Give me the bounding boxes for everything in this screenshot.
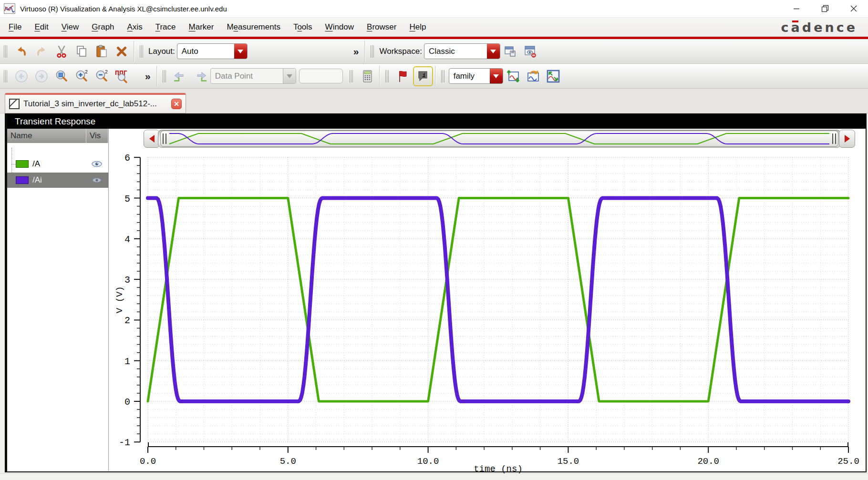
workspace-options-button[interactable]: [520, 42, 540, 61]
previous-transition-button[interactable]: [170, 67, 190, 86]
family-dropdown-button: [490, 69, 503, 83]
forward-button[interactable]: [31, 67, 52, 86]
layout-combobox[interactable]: Auto: [177, 43, 248, 59]
close-button[interactable]: [839, 0, 868, 17]
svg-text:0: 0: [124, 397, 130, 408]
delete-button[interactable]: [112, 42, 132, 61]
svg-text:V (V): V (V): [114, 286, 125, 313]
workspace-dropdown-button: [487, 44, 500, 59]
toolbar-grip[interactable]: [140, 45, 144, 58]
zoom-in-2x-button[interactable]: 2: [72, 67, 92, 86]
zoom-fit-button[interactable]: [52, 67, 72, 86]
undo-button[interactable]: [11, 42, 31, 61]
redo-button[interactable]: [31, 42, 52, 61]
update-plot-button[interactable]: [503, 67, 523, 86]
app-icon: [4, 3, 15, 14]
pan-thumb[interactable]: [160, 131, 838, 147]
menu-axis[interactable]: Axis: [127, 22, 143, 32]
menu-window[interactable]: Window: [325, 22, 354, 32]
workspace-label: Workspace:: [379, 47, 422, 56]
tab-close-button[interactable]: ✕: [171, 99, 182, 109]
family-combobox[interactable]: family: [449, 68, 503, 84]
flag-marker-button[interactable]: [393, 67, 413, 86]
cut-button[interactable]: [52, 42, 72, 61]
datapoint-combobox[interactable]: Data Point: [210, 68, 296, 84]
info-balloon-button[interactable]: i: [413, 66, 433, 86]
menu-graph[interactable]: Graph: [92, 22, 114, 32]
pan-thumb-grip-left[interactable]: [163, 133, 166, 144]
svg-text:25.0: 25.0: [837, 456, 859, 467]
next-transition-button[interactable]: [190, 67, 210, 86]
restore-button[interactable]: [811, 0, 839, 17]
svg-text:2: 2: [105, 70, 108, 75]
svg-text:15.0: 15.0: [558, 456, 579, 467]
layout-label: Layout:: [148, 47, 175, 56]
svg-text:5.0: 5.0: [280, 456, 296, 467]
toolbar-grip[interactable]: [350, 70, 353, 82]
toolbar-grip[interactable]: [385, 70, 389, 82]
panel-header-vis[interactable]: Vis: [86, 129, 108, 143]
panel-header-name[interactable]: Name: [7, 129, 86, 143]
menu-help[interactable]: Help: [409, 22, 426, 32]
tab-strip: Tutorial_3 sim_inverter_dc_lab512-... ✕: [0, 89, 868, 113]
pan-right-button[interactable]: [839, 130, 855, 148]
menu-file[interactable]: File: [9, 22, 21, 32]
toolbar-overflow-chevron[interactable]: »: [145, 71, 151, 82]
menu-trace[interactable]: Trace: [155, 22, 176, 32]
datapoint-value-input[interactable]: [299, 69, 343, 83]
svg-text:i: i: [422, 71, 426, 79]
minimize-button[interactable]: [782, 0, 811, 17]
calculator-button[interactable]: [357, 67, 377, 86]
toolbar-overflow-chevron[interactable]: »: [353, 46, 359, 57]
waveform-preview: [168, 131, 830, 147]
visibility-eye-icon[interactable]: [91, 177, 103, 184]
svg-text:0.0: 0.0: [140, 456, 156, 467]
menu-browser[interactable]: Browser: [367, 22, 396, 32]
pan-left-button[interactable]: [144, 130, 160, 148]
signal-color-swatch[interactable]: [16, 176, 29, 184]
toolbar-grip[interactable]: [163, 70, 166, 82]
layout-dropdown-button: [234, 44, 247, 59]
copy-button[interactable]: [72, 42, 92, 61]
menu-edit[interactable]: Edit: [34, 22, 48, 32]
menu-bar: FileEditViewGraphAxisTraceMarkerMeasurem…: [0, 18, 868, 37]
paste-button[interactable]: [92, 42, 112, 61]
zoom-out-2x-button[interactable]: 2: [92, 67, 112, 86]
toolbar-grip[interactable]: [4, 70, 8, 82]
pan-groove[interactable]: [158, 130, 841, 148]
toolbar-main: Layout: Auto » Workspace: Classic: [0, 39, 868, 64]
svg-text:6: 6: [124, 153, 130, 163]
waveform-plot[interactable]: -10123456V (V)0.05.010.015.020.025.0time…: [109, 129, 866, 471]
zoom-transient-button[interactable]: [112, 67, 132, 86]
svg-text:5: 5: [124, 194, 130, 204]
menu-view[interactable]: View: [62, 22, 79, 32]
signal-name: /Ai: [32, 175, 42, 185]
svg-text:-1: -1: [119, 437, 130, 448]
fit-plot-button[interactable]: [543, 67, 563, 86]
toolbar-grip[interactable]: [441, 70, 445, 82]
svg-text:2: 2: [85, 70, 88, 75]
pan-thumb-grip-right[interactable]: [832, 133, 836, 144]
toolbar-grip[interactable]: [4, 45, 8, 58]
menu-tools[interactable]: Tools: [293, 22, 312, 32]
signal-name: /A: [32, 159, 40, 169]
signal-row-a[interactable]: /A: [7, 156, 108, 172]
back-button[interactable]: [11, 67, 31, 86]
menu-measurements[interactable]: Measurements: [227, 22, 280, 32]
workspace-combobox[interactable]: Classic: [424, 43, 500, 59]
tab-tutorial3[interactable]: Tutorial_3 sim_inverter_dc_lab512-... ✕: [5, 93, 186, 113]
toolbar-grip[interactable]: [371, 45, 374, 58]
svg-text:10.0: 10.0: [417, 456, 439, 467]
refresh-plot-button[interactable]: [523, 67, 543, 86]
svg-text:4: 4: [124, 234, 130, 245]
menu-marker[interactable]: Marker: [189, 22, 214, 32]
svg-text:3: 3: [124, 275, 130, 286]
signal-row-ai[interactable]: /Ai: [7, 173, 108, 188]
save-workspace-button[interactable]: [500, 42, 520, 61]
visibility-eye-icon[interactable]: [91, 161, 103, 167]
signal-panel: Name Vis /A /Ai: [7, 129, 108, 471]
signal-color-swatch[interactable]: [16, 160, 29, 168]
svg-text:time (ns): time (ns): [474, 464, 523, 474]
window-titlebar: Virtuoso (R) Visualization & Analysis XL…: [0, 0, 868, 18]
virtuoso-window: Virtuoso (R) Visualization & Analysis XL…: [0, 0, 868, 480]
